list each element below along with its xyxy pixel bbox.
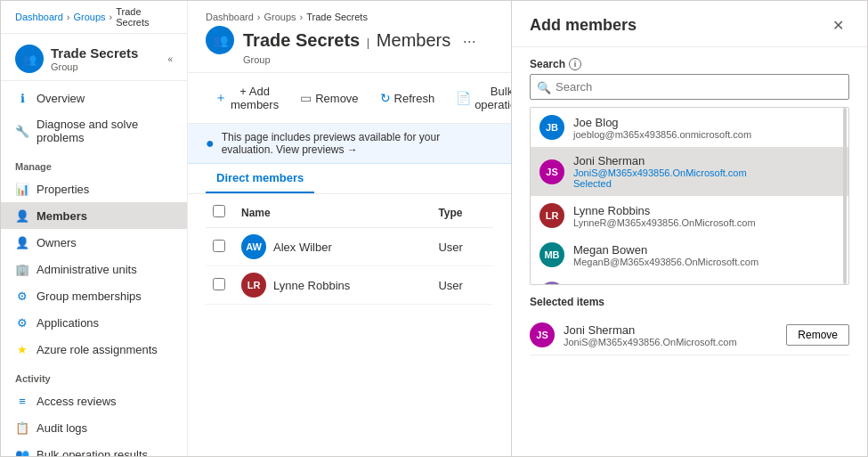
main-group-type: Group: [243, 54, 493, 65]
collapse-button[interactable]: «: [167, 54, 173, 64]
close-button[interactable]: ✕: [827, 15, 849, 36]
manage-section-title: Manage: [1, 151, 187, 175]
bulk-label: Bulk operations: [475, 85, 511, 111]
sidebar-item-properties[interactable]: 📊 Properties: [1, 175, 187, 202]
breadcrumb-trade-secrets: Trade Secrets: [306, 12, 368, 22]
sidebar-item-members[interactable]: 👤 Members: [1, 202, 187, 229]
main-header: Dashboard › Groups › Trade Secrets 👥 Tra…: [188, 1, 511, 73]
remove-selected-button[interactable]: Remove: [786, 324, 849, 346]
members-icon: 👤: [15, 208, 29, 223]
sidebar-item-label: Access reviews: [37, 395, 117, 408]
more-options-button[interactable]: ···: [463, 32, 476, 50]
sidebar-item-applications[interactable]: ⚙ Applications: [1, 309, 187, 336]
item-email: MeganB@M365x493856.OnMicrosoft.com: [573, 257, 840, 267]
admin-units-icon: 🏢: [15, 262, 29, 276]
sidebar-item-azure-roles[interactable]: ★ Azure role assignments: [1, 336, 187, 363]
item-name: MOD Administrator: [573, 282, 840, 286]
notice-bar: ● This page includes previews available …: [188, 124, 511, 164]
add-members-panel: Add members ✕ Search i 🔍 JB Joe Blog joe…: [511, 1, 867, 456]
refresh-button[interactable]: ↻ Refresh: [371, 86, 444, 110]
table-row: AW Alex Wilber User: [206, 228, 493, 266]
dropdown-item[interactable]: LR Lynne Robbins LynneR@M365x493856.OnMi…: [531, 196, 848, 235]
table-row: LR Lynne Robbins User: [206, 266, 493, 305]
search-input[interactable]: [530, 74, 849, 100]
breadcrumb-trade-secrets: Trade Secrets: [116, 6, 173, 28]
sidebar-item-label: Properties: [37, 183, 89, 196]
sidebar: Dashboard › Groups › Trade Secrets 👥 Tra…: [1, 1, 188, 456]
type-column-header[interactable]: Type: [431, 198, 493, 228]
add-members-button[interactable]: ＋ + Add members: [206, 80, 288, 116]
selected-tag: Selected: [573, 178, 840, 189]
sidebar-item-label: Diagnose and solve problems: [37, 118, 173, 144]
group-icon: 👥: [15, 45, 44, 73]
name-column-header[interactable]: Name: [234, 198, 431, 228]
select-all-checkbox[interactable]: [213, 205, 225, 217]
scrollbar: [843, 108, 847, 284]
sidebar-item-label: Owners: [37, 236, 77, 249]
item-name: Megan Bowen: [573, 243, 840, 257]
remove-button[interactable]: ▭ Remove: [291, 86, 367, 110]
sidebar-item-bulk-results[interactable]: 👥 Bulk operation results: [1, 441, 187, 456]
properties-icon: 📊: [15, 182, 29, 196]
item-name: Lynne Robbins: [573, 204, 840, 217]
owners-icon: 👤: [15, 235, 29, 249]
sidebar-item-access-reviews[interactable]: ≡ Access reviews: [1, 388, 187, 414]
sidebar-item-admin-units[interactable]: 🏢 Administrative units: [1, 256, 187, 282]
sidebar-item-label: Applications: [37, 316, 99, 330]
sidebar-item-group-memberships[interactable]: ⚙ Group memberships: [1, 282, 187, 309]
item-name: Joe Blog: [573, 116, 840, 129]
remove-icon: ▭: [300, 91, 312, 105]
breadcrumb-dashboard[interactable]: Dashboard: [15, 12, 63, 22]
avatar: JS: [530, 322, 555, 347]
avatar: LR: [539, 203, 564, 228]
dropdown-list: JB Joe Blog joeblog@m365x493856.onmicros…: [530, 107, 849, 285]
panel-body: Search i 🔍 JB Joe Blog joeblog@m365x4938…: [512, 47, 867, 456]
group-memberships-icon: ⚙: [15, 289, 29, 303]
checkbox-header: [206, 198, 234, 228]
selected-item-row: JS Joni Sherman JoniS@M365x493856.OnMicr…: [530, 315, 849, 355]
table-area: Name Type AW Alex Wilber User: [188, 194, 511, 456]
sidebar-item-label: Administrative units: [37, 263, 137, 276]
user-cell: AW Alex Wilber: [241, 234, 424, 259]
sidebar-item-diagnose[interactable]: 🔧 Diagnose and solve problems: [1, 111, 187, 151]
breadcrumb-dashboard[interactable]: Dashboard: [206, 12, 254, 22]
item-email: LynneR@M365x493856.OnMicrosoft.com: [573, 217, 840, 228]
avatar: MB: [539, 242, 564, 267]
refresh-icon: ↻: [380, 91, 391, 105]
activity-nav: ≡ Access reviews 📋 Audit logs 👥 Bulk ope…: [1, 388, 187, 456]
sidebar-item-owners[interactable]: 👤 Owners: [1, 229, 187, 256]
item-email: JoniS@M365x493856.OnMicrosoft.com: [573, 167, 840, 178]
user-type: User: [431, 266, 493, 305]
bulk-operations-button[interactable]: 📄 Bulk operations ▾: [447, 80, 511, 116]
dropdown-item[interactable]: MA MOD Administrator admin@M365x493856.o…: [531, 274, 848, 285]
breadcrumb-groups[interactable]: Groups: [74, 12, 106, 22]
remove-label: Remove: [798, 329, 838, 341]
breadcrumb-groups[interactable]: Groups: [264, 12, 296, 22]
sidebar-breadcrumb: Dashboard › Groups › Trade Secrets: [1, 1, 187, 34]
tab-bar: Direct members: [188, 164, 511, 194]
selected-item-name: Joni Sherman: [564, 323, 777, 337]
dropdown-item-selected[interactable]: JS Joni Sherman JoniS@M365x493856.OnMicr…: [531, 147, 848, 196]
sidebar-item-label: Members: [37, 209, 87, 223]
row-checkbox[interactable]: [213, 240, 225, 252]
sidebar-item-overview[interactable]: ℹ Overview: [1, 85, 187, 111]
sidebar-item-audit-logs[interactable]: 📋 Audit logs: [1, 414, 187, 441]
tab-direct-members[interactable]: Direct members: [206, 164, 314, 193]
search-icon: 🔍: [537, 80, 551, 94]
row-checkbox[interactable]: [213, 278, 225, 290]
user-type: User: [431, 228, 493, 266]
main-group-icon: 👥: [206, 26, 234, 54]
add-members-label: + Add members: [231, 85, 279, 111]
sidebar-item-label: Overview: [37, 92, 85, 105]
dropdown-item[interactable]: JB Joe Blog joeblog@m365x493856.onmicros…: [531, 108, 848, 147]
info-icon: i: [569, 58, 581, 70]
bulk-results-icon: 👥: [15, 447, 29, 456]
tab-label: Direct members: [216, 171, 304, 184]
dropdown-item[interactable]: MB Megan Bowen MeganB@M365x493856.OnMicr…: [531, 235, 848, 274]
activity-section-title: Activity: [1, 363, 187, 388]
sidebar-item-label: Group memberships: [37, 290, 142, 303]
avatar: AW: [241, 234, 266, 259]
toolbar: ＋ + Add members ▭ Remove ↻ Refresh 📄 Bul…: [188, 73, 511, 124]
manage-nav: 📊 Properties 👤 Members 👤 Owners 🏢 Admini…: [1, 175, 187, 363]
user-name: Alex Wilber: [273, 241, 332, 254]
